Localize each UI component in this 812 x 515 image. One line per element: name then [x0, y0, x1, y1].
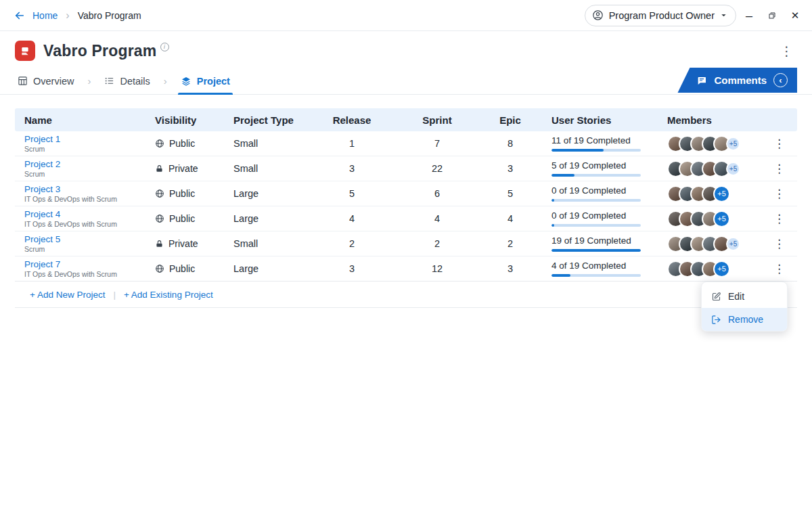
tab-overview[interactable]: Overview [15, 68, 76, 94]
epic-cell: 4 [489, 213, 532, 224]
window-close-button[interactable]: ✕ [785, 0, 805, 31]
actions-cell: ⋮ [769, 187, 797, 201]
comments-button[interactable]: Comments ‹ [677, 68, 797, 93]
tab-details[interactable]: Details [102, 68, 152, 94]
vabro-logo [15, 41, 35, 61]
project-name-link[interactable]: Project 1 [24, 134, 155, 144]
progress-bar [551, 199, 641, 202]
projects-table: NameVisibilityProject TypeReleaseSprintE… [15, 108, 797, 308]
tab-label: Overview [33, 76, 74, 87]
tab-separator: › [164, 75, 167, 87]
column-header: Members [667, 114, 769, 126]
members-cell[interactable]: +5 [667, 210, 769, 227]
back-button[interactable] [11, 7, 28, 24]
members-cell[interactable]: +5 [667, 160, 769, 177]
release-cell: 3 [318, 163, 386, 174]
edit-icon [711, 292, 721, 302]
user-stories-cell: 19 of 19 Completed [532, 236, 667, 252]
actions-cell: ⋮ [769, 137, 797, 151]
progress-bar [551, 249, 641, 252]
page-header: Vabro Program i ⋮ [0, 31, 812, 68]
chevron-left-circle-icon[interactable]: ‹ [773, 73, 788, 87]
row-menu-button[interactable]: ⋮ [771, 261, 788, 277]
menu-item-remove[interactable]: Remove [702, 308, 787, 331]
row-menu-button[interactable]: ⋮ [771, 136, 788, 152]
project-name-cell: Project 2 Scrum [24, 159, 155, 178]
arrow-left-icon [14, 9, 26, 22]
topbar: Home › Vabro Program Program Product Own… [0, 0, 812, 31]
project-subtitle: Scrum [24, 245, 155, 253]
user-menu-button[interactable]: Program Product Owner [585, 5, 736, 26]
column-header: Visibility [155, 114, 233, 126]
breadcrumb-current: Vabro Program [78, 10, 141, 21]
members-cell[interactable]: +5 [667, 236, 769, 252]
user-menu-label: Program Product Owner [609, 10, 715, 21]
project-name-cell: Project 5 Scrum [24, 234, 155, 253]
user-stories-cell: 0 of 19 Completed [532, 210, 667, 227]
window-minimize-button[interactable]: – [739, 0, 759, 31]
user-stories-cell: 11 of 19 Completed [532, 135, 667, 152]
project-name-link[interactable]: Project 4 [24, 209, 155, 219]
actions-cell: ⋮ [769, 237, 797, 251]
release-cell: 2 [318, 238, 386, 249]
user-stories-label: 11 of 19 Completed [551, 135, 667, 145]
project-name-link[interactable]: Project 3 [24, 184, 155, 194]
add-new-project-link[interactable]: + Add New Project [30, 290, 105, 300]
sprint-cell: 4 [386, 213, 489, 224]
add-existing-project-link[interactable]: + Add Existing Project [124, 290, 213, 300]
sprint-cell: 6 [386, 188, 489, 199]
user-stories-cell: 4 of 19 Completed [532, 261, 667, 277]
visibility-cell: Public [155, 138, 233, 149]
members-overflow-badge: +5 [726, 162, 740, 176]
table-row: Project 2 Scrum Private Small 3 22 3 5 o… [15, 156, 797, 181]
lock-icon [155, 240, 164, 248]
project-name-link[interactable]: Project 7 [24, 259, 155, 269]
row-menu-button[interactable]: ⋮ [771, 236, 788, 252]
info-icon: i [160, 43, 169, 51]
row-menu-button[interactable]: ⋮ [771, 161, 788, 177]
page-title: Vabro Program [43, 42, 157, 60]
epic-cell: 8 [489, 138, 532, 149]
members-overflow-badge: +5 [726, 237, 740, 251]
progress-bar [551, 224, 641, 227]
tab-project[interactable]: Project [178, 68, 233, 94]
epic-cell: 3 [489, 263, 532, 274]
visibility-label: Public [169, 188, 195, 199]
window-restore-button[interactable] [762, 0, 782, 31]
row-menu-button[interactable]: ⋮ [771, 186, 788, 202]
members-cell[interactable]: +5 [667, 135, 769, 152]
actions-cell: ⋮ [769, 262, 797, 276]
restore-icon [768, 12, 776, 20]
row-menu-button[interactable]: ⋮ [771, 211, 788, 227]
comments-icon [696, 75, 707, 86]
visibility-cell: Public [155, 263, 233, 274]
table-footer: + Add New Project | + Add Existing Proje… [15, 282, 797, 307]
comments-label: Comments [714, 74, 767, 86]
visibility-cell: Private [155, 238, 233, 249]
table-row: Project 1 Scrum Public Small 1 7 8 11 of… [15, 131, 797, 156]
epic-cell: 3 [489, 163, 532, 174]
globe-icon [155, 264, 164, 273]
project-name-link[interactable]: Project 5 [24, 234, 155, 244]
table-row: Project 3 IT Ops & DevOps with Scrum Pub… [15, 181, 797, 206]
user-stories-label: 5 of 19 Completed [551, 160, 667, 171]
breadcrumb-home-link[interactable]: Home [32, 10, 58, 21]
globe-icon [155, 139, 164, 148]
actions-cell: ⋮ [769, 162, 797, 176]
sprint-cell: 12 [386, 263, 489, 274]
members-cell[interactable]: +5 [667, 261, 769, 277]
user-stories-label: 0 of 19 Completed [551, 210, 667, 221]
header-menu-button[interactable]: ⋮ [776, 43, 797, 59]
tab-separator: › [87, 75, 91, 87]
column-header: Epic [489, 114, 532, 126]
project-name-link[interactable]: Project 2 [24, 159, 155, 169]
sprint-cell: 2 [386, 238, 489, 249]
sprint-cell: 7 [386, 138, 489, 149]
project-name-cell: Project 4 IT Ops & DevOps with Scrum [24, 209, 155, 228]
project-type-cell: Large [233, 263, 318, 274]
visibility-label: Private [168, 163, 198, 174]
user-stories-cell: 5 of 19 Completed [532, 160, 667, 177]
members-cell[interactable]: +5 [667, 185, 769, 202]
menu-item-edit[interactable]: Edit [702, 285, 787, 308]
project-subtitle: IT Ops & DevOps with Scrum [24, 220, 155, 228]
